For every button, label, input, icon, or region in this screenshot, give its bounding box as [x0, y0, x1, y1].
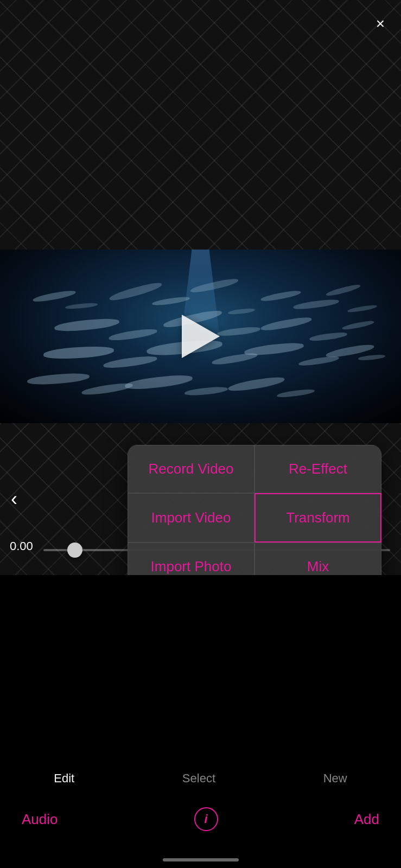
- toolbar-select[interactable]: Select: [182, 771, 215, 786]
- top-grid-section: ×: [0, 0, 401, 250]
- audio-button[interactable]: Audio: [22, 811, 58, 828]
- menu-item-transform[interactable]: Transform: [254, 493, 381, 542]
- toolbar-edit[interactable]: Edit: [54, 771, 74, 786]
- menu-item-record-video[interactable]: Record Video: [128, 445, 254, 493]
- grid-pattern: [0, 0, 401, 250]
- menu-item-import-video[interactable]: Import Video: [128, 493, 254, 542]
- back-arrow[interactable]: ‹: [11, 489, 17, 509]
- add-button[interactable]: Add: [354, 811, 379, 828]
- menu-item-re-effect[interactable]: Re-Effect: [254, 445, 381, 493]
- toolbar-new[interactable]: New: [323, 771, 347, 786]
- info-button[interactable]: i: [194, 807, 218, 831]
- time-display: 0.00: [10, 539, 33, 553]
- slider-thumb[interactable]: [67, 542, 82, 558]
- menu-item-mix[interactable]: Mix: [254, 542, 381, 575]
- bottom-action-bar: Audio i Add: [0, 797, 401, 841]
- video-player[interactable]: [0, 250, 401, 423]
- menu-grid: Record Video Re-Effect Import Video Tran…: [128, 445, 381, 575]
- menu-item-import-photo[interactable]: Import Photo: [128, 542, 254, 575]
- bottom-grid-section: ‹ 0.00 Record Video Re-Effect Import Vid…: [0, 423, 401, 575]
- bottom-toolbar: Edit Select New: [0, 760, 401, 797]
- home-indicator: [163, 858, 239, 861]
- play-button[interactable]: [182, 315, 220, 358]
- context-menu: Record Video Re-Effect Import Video Tran…: [128, 445, 381, 575]
- close-button[interactable]: ×: [376, 16, 385, 31]
